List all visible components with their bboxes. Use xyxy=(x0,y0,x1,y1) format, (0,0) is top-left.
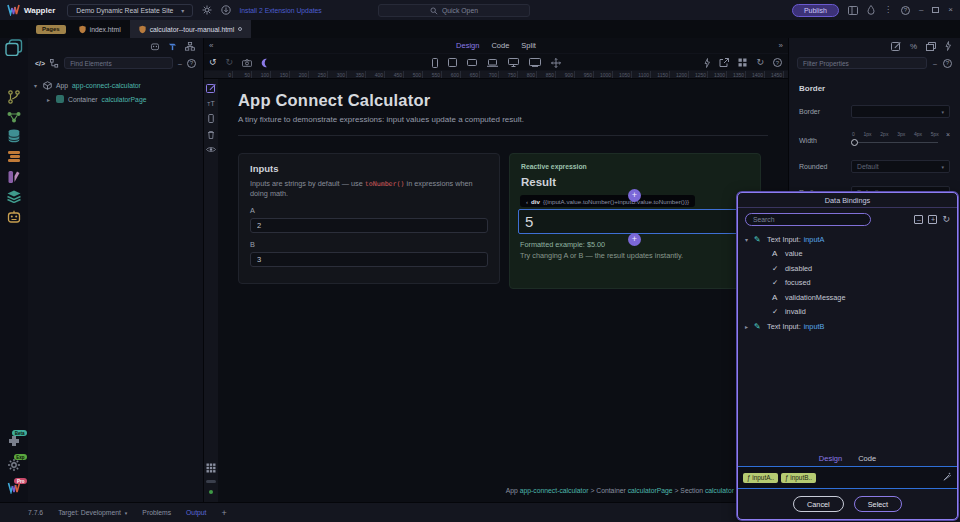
open-in-browser-icon[interactable] xyxy=(719,58,729,67)
filter-properties-input[interactable] xyxy=(797,57,927,69)
device-phone-landscape-icon[interactable] xyxy=(467,59,477,66)
result-value[interactable]: 5 xyxy=(518,209,751,234)
kebab-menu-icon[interactable]: ⋮ xyxy=(884,6,892,14)
target-selector[interactable]: Target: Development xyxy=(58,509,121,516)
rounded-dropdown[interactable]: Default▾ xyxy=(851,160,950,173)
settings-panel-gear-icon[interactable]: Exp xyxy=(7,458,21,472)
select-button[interactable]: Select xyxy=(854,496,902,512)
slider-knob[interactable] xyxy=(851,139,858,146)
chevron-down-icon[interactable]: ▾ xyxy=(32,82,39,89)
extensions-puzzle-icon[interactable]: Beta xyxy=(7,434,21,448)
collapse-minus-icon[interactable]: – xyxy=(178,60,182,67)
font-size-icon[interactable]: TT xyxy=(207,100,214,107)
input-a-field[interactable] xyxy=(250,218,488,233)
chevron-right-icon[interactable]: ▸ xyxy=(745,323,754,330)
tab-calculator-tour-manual-html[interactable]: calculator--tour-manual.html xyxy=(130,20,252,38)
sitemap-icon[interactable] xyxy=(185,42,195,51)
settings-gear-icon[interactable] xyxy=(202,5,212,15)
expression-chip[interactable]: ƒ inputB.. xyxy=(781,473,816,483)
quick-open-button[interactable]: Quick Open xyxy=(378,4,530,17)
problems-tab[interactable]: Problems xyxy=(142,509,171,516)
expression-chip[interactable]: ƒ inputA.. xyxy=(743,473,778,483)
collapse-all-icon[interactable]: – xyxy=(914,215,923,224)
breadcrumb-item[interactable]: calculatorPage xyxy=(628,487,673,494)
pages-panel-icon[interactable] xyxy=(5,39,23,56)
tab-design[interactable]: Design xyxy=(456,41,479,50)
ai-robot-icon[interactable] xyxy=(7,210,22,224)
help-icon[interactable]: ? xyxy=(901,6,910,15)
database-icon[interactable] xyxy=(8,129,21,143)
tree-view-icon[interactable] xyxy=(50,59,59,68)
device-desktop-icon[interactable] xyxy=(508,58,519,67)
tab-split[interactable]: Split xyxy=(521,41,536,50)
layout-columns-icon[interactable] xyxy=(848,6,858,15)
extension-updates-link[interactable]: Install 2 Extension Updates xyxy=(239,7,321,14)
dynamic-lightning-icon[interactable] xyxy=(945,41,951,51)
insert-plus-button[interactable]: + xyxy=(628,233,641,246)
expression-field[interactable]: ƒ inputA..ƒ inputB.. xyxy=(738,466,957,489)
theme-droplet-icon[interactable] xyxy=(867,5,875,15)
binding-row[interactable]: ✓invalid xyxy=(738,305,957,320)
selected-element-toolbar[interactable]: ‹ div {{inputA.value.toNumber()+inputB.v… xyxy=(520,195,695,207)
help-icon[interactable]: ? xyxy=(187,59,196,68)
bindings-search-input[interactable] xyxy=(745,213,871,226)
edit-properties-icon[interactable] xyxy=(891,41,901,51)
width-slider[interactable] xyxy=(851,138,940,147)
breadcrumb-item[interactable]: calculator xyxy=(705,487,734,494)
device-preview-icon[interactable] xyxy=(208,114,214,123)
stacked-panels-icon[interactable] xyxy=(926,42,936,51)
grid-apps-icon[interactable] xyxy=(206,463,216,473)
help-icon[interactable]: ? xyxy=(943,59,952,68)
close-icon[interactable]: × xyxy=(948,6,953,14)
add-panel-icon[interactable]: + xyxy=(221,508,226,518)
breadcrumb-item[interactable]: app-connect-calculator xyxy=(520,487,589,494)
layers-icon[interactable] xyxy=(7,190,22,203)
trash-icon[interactable] xyxy=(207,130,215,139)
tab-code[interactable]: Code xyxy=(858,454,876,463)
visibility-eye-icon[interactable] xyxy=(206,146,216,153)
back-icon[interactable]: ‹ xyxy=(526,198,528,205)
binding-row[interactable]: ▾✎Text Input:inputA xyxy=(738,232,957,247)
collapse-minus-icon[interactable]: – xyxy=(933,60,937,67)
wappler-pro-icon[interactable]: Pro xyxy=(7,482,21,494)
publish-button[interactable]: Publish xyxy=(792,4,839,17)
device-tablet-icon[interactable] xyxy=(448,58,457,67)
chevron-down-icon[interactable]: ▾ xyxy=(745,236,754,243)
tab-code[interactable]: Code xyxy=(491,41,509,50)
border-dropdown[interactable]: ▾ xyxy=(851,105,950,118)
modified-indicator-icon[interactable] xyxy=(238,27,242,31)
binding-row[interactable]: ✓disabled xyxy=(738,261,957,276)
device-tv-icon[interactable] xyxy=(529,58,541,67)
format-expression-icon[interactable] xyxy=(943,472,952,481)
binding-row[interactable]: ✓focused xyxy=(738,276,957,291)
output-tab[interactable]: Output xyxy=(186,509,206,516)
ai-assistant-icon[interactable] xyxy=(150,42,160,51)
tab-index-html[interactable]: index.html xyxy=(70,20,130,38)
server-connect-icon[interactable] xyxy=(7,150,21,163)
device-laptop-icon[interactable] xyxy=(487,59,498,67)
actions-lightning-icon[interactable] xyxy=(704,58,710,68)
update-download-icon[interactable] xyxy=(221,5,231,15)
edit-element-icon[interactable] xyxy=(206,83,216,93)
maximize-icon[interactable] xyxy=(932,7,939,13)
refresh-icon[interactable]: ↻ xyxy=(756,58,764,67)
cancel-button[interactable]: Cancel xyxy=(793,496,844,512)
components-grid-icon[interactable] xyxy=(738,58,747,67)
fit-to-screen-icon[interactable] xyxy=(551,58,561,68)
project-selector[interactable]: Demo Dynamic Real Estate Site ▾ xyxy=(67,4,193,17)
input-b-field[interactable] xyxy=(250,252,488,267)
workflow-nodes-icon[interactable] xyxy=(7,111,21,123)
minimize-icon[interactable]: – xyxy=(919,6,923,14)
chevron-right-icon[interactable]: ▸ xyxy=(45,96,52,103)
code-view-icon[interactable]: </> xyxy=(35,60,45,67)
insert-plus-button[interactable]: + xyxy=(628,189,641,202)
percent-binding-icon[interactable]: % xyxy=(910,42,917,51)
clear-width-icon[interactable]: × xyxy=(946,131,950,138)
panel-resize-handle[interactable] xyxy=(206,480,216,483)
tree-row-app[interactable]: ▾ App app-connect-calculator xyxy=(32,78,199,92)
tree-row-container[interactable]: ▸ Container calculatorPage xyxy=(32,92,199,106)
format-painter-icon[interactable] xyxy=(168,42,177,51)
refresh-bindings-icon[interactable]: ↻ xyxy=(942,215,950,224)
find-elements-input[interactable] xyxy=(64,57,173,69)
device-phone-icon[interactable] xyxy=(432,58,438,68)
